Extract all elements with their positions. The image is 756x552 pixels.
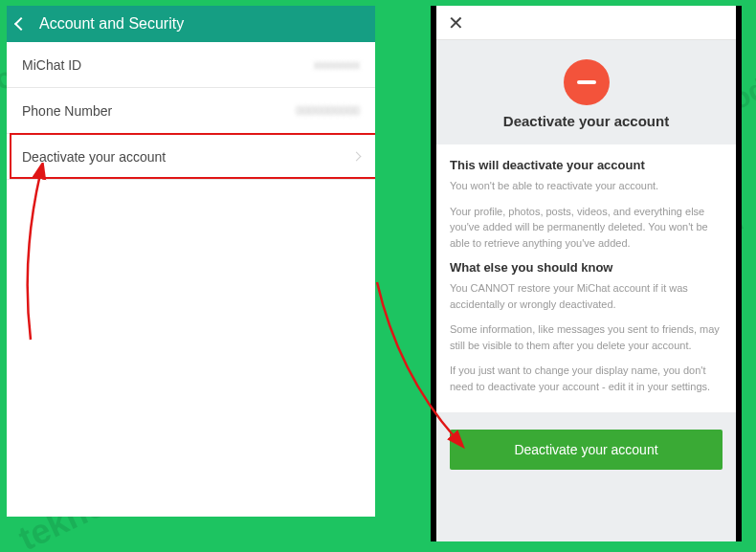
deactivate-button[interactable]: Deactivate your account bbox=[450, 430, 723, 470]
button-area: Deactivate your account bbox=[436, 412, 736, 493]
deactivate-info-panel: This will deactivate your account You wo… bbox=[436, 144, 736, 412]
chevron-right-icon bbox=[352, 152, 362, 162]
info-text: Some information, like messages you sent… bbox=[450, 321, 723, 353]
row-michat-id[interactable]: MiChat ID xxxxxxxx bbox=[7, 42, 375, 88]
row-value: xxxxxxxx bbox=[314, 58, 360, 72]
info-text: You won't be able to reactivate your acc… bbox=[450, 178, 723, 194]
minus-circle-icon bbox=[564, 59, 610, 105]
row-phone-number[interactable]: Phone Number 0000000000 bbox=[7, 88, 375, 134]
info-text: Your profile, photos, posts, videos, and… bbox=[450, 204, 723, 252]
back-icon[interactable] bbox=[14, 17, 28, 31]
phone-screen-settings: Account and Security MiChat ID xxxxxxxx … bbox=[7, 6, 375, 517]
close-icon[interactable]: ✕ bbox=[448, 13, 464, 33]
row-label: MiChat ID bbox=[22, 57, 81, 73]
info-text: You CANNOT restore your MiChat account i… bbox=[450, 280, 723, 312]
row-deactivate-account[interactable]: Deactivate your account bbox=[7, 134, 375, 180]
deactivate-header-panel: Deactivate your account bbox=[436, 40, 736, 144]
row-label: Deactivate your account bbox=[22, 149, 166, 165]
phone-screen-deactivate: ✕ Deactivate your account This will deac… bbox=[431, 6, 742, 541]
section-heading: This will deactivate your account bbox=[450, 158, 723, 172]
deactivate-title: Deactivate your account bbox=[450, 113, 723, 129]
section-heading: What else you should know bbox=[450, 260, 723, 275]
row-label: Phone Number bbox=[22, 103, 112, 119]
header-bar: ✕ bbox=[436, 6, 736, 40]
row-value: 0000000000 bbox=[296, 104, 360, 118]
header-bar: Account and Security bbox=[7, 6, 375, 42]
page-title: Account and Security bbox=[39, 15, 184, 33]
info-text: If you just want to change your display … bbox=[450, 363, 723, 394]
